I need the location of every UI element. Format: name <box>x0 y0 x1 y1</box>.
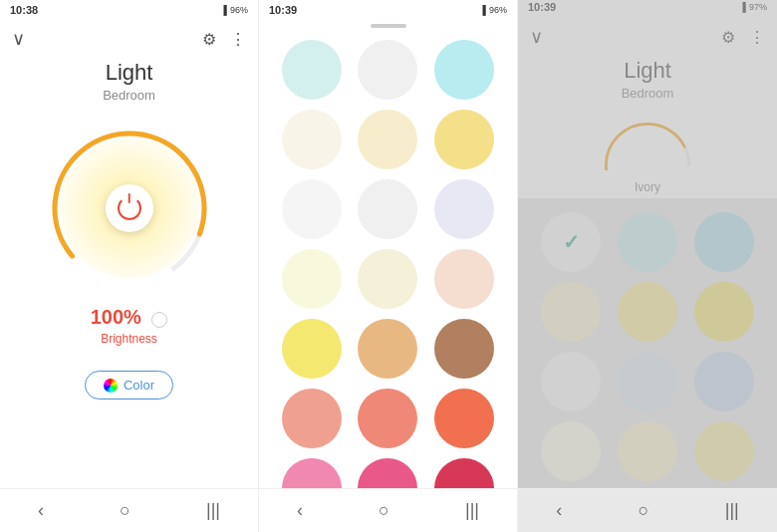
color-swatch[interactable] <box>282 319 342 379</box>
color-swatch[interactable] <box>358 319 417 379</box>
color-swatch[interactable] <box>434 458 494 488</box>
color-swatch[interactable] <box>282 249 342 309</box>
back-button-1[interactable]: ‹ <box>38 500 44 521</box>
panel-ivory-selection: 10:39 ▌97% ∨ ⚙ ⋮ Light Bedroom Ivory <box>518 0 777 532</box>
battery-icon-1: ▌96% <box>224 5 248 15</box>
back-button-3[interactable]: ‹ <box>556 500 562 521</box>
color-wheel-icon <box>104 379 118 393</box>
time-1: 10:38 <box>10 4 38 16</box>
back-button-2[interactable]: ‹ <box>297 500 303 521</box>
bottom-nav-2: ‹ ○ ||| <box>259 488 517 532</box>
color-swatch[interactable] <box>358 389 417 448</box>
gear-icon[interactable]: ⚙ <box>202 30 216 49</box>
color-button-row: Color <box>0 371 258 399</box>
color-swatch[interactable] <box>434 319 494 379</box>
color-swatch-grid <box>259 26 517 488</box>
home-button-3[interactable]: ○ <box>639 500 649 521</box>
color-swatch[interactable] <box>434 110 494 169</box>
brightness-dot[interactable] <box>151 312 167 328</box>
color-swatch[interactable] <box>358 179 417 239</box>
brightness-percentage: 100% <box>91 306 141 328</box>
color-swatch[interactable] <box>358 249 417 309</box>
bottom-nav-3: ‹ ○ ||| <box>518 488 777 532</box>
color-swatch[interactable] <box>282 179 342 239</box>
color-button[interactable]: Color <box>85 371 173 399</box>
status-bar-1: 10:38 ▌96% <box>0 0 258 20</box>
battery-icon-2: ▌96% <box>483 5 507 15</box>
power-icon <box>118 196 141 220</box>
status-icons-2: ▌96% <box>483 5 507 15</box>
light-title: Light <box>0 60 258 86</box>
color-swatch[interactable] <box>434 389 494 448</box>
status-bar-2: 10:39 ▌96% <box>259 0 517 20</box>
color-swatch[interactable] <box>358 110 417 169</box>
color-swatch[interactable] <box>282 389 342 448</box>
color-swatch[interactable] <box>282 458 342 488</box>
light-subtitle: Bedroom <box>0 88 258 103</box>
home-button-2[interactable]: ○ <box>379 500 389 521</box>
brightness-text: Brightness <box>101 332 157 346</box>
brightness-label-section: 100% Brightness <box>0 306 258 347</box>
panel-color-picker: 10:39 ▌96% ‹ ○ ||| <box>259 0 518 532</box>
recents-button-2[interactable]: ||| <box>465 500 479 521</box>
recents-button-1[interactable]: ||| <box>206 500 220 521</box>
more-icon[interactable]: ⋮ <box>230 30 246 49</box>
home-button-1[interactable]: ○ <box>120 500 130 521</box>
top-nav-1: ∨ ⚙ ⋮ <box>0 20 258 58</box>
time-2: 10:39 <box>269 4 297 16</box>
nav-actions: ⚙ ⋮ <box>202 30 246 49</box>
dim-overlay <box>518 0 777 532</box>
color-swatch[interactable] <box>358 458 417 488</box>
color-swatch[interactable] <box>434 179 494 239</box>
color-swatch[interactable] <box>434 40 494 100</box>
power-button[interactable] <box>106 184 153 232</box>
recents-button-3[interactable]: ||| <box>725 500 739 521</box>
brightness-circle-container <box>0 119 258 298</box>
panel-light-control: 10:38 ▌96% ∨ ⚙ ⋮ Light Bedroom 100% <box>0 0 259 532</box>
chevron-down-icon[interactable]: ∨ <box>12 28 25 50</box>
status-icons-1: ▌96% <box>224 5 248 15</box>
color-button-label: Color <box>124 378 154 393</box>
color-swatch[interactable] <box>282 110 342 169</box>
light-title-section: Light Bedroom <box>0 60 258 103</box>
bottom-nav-1: ‹ ○ ||| <box>0 488 258 532</box>
color-swatch[interactable] <box>358 40 417 100</box>
color-swatch[interactable] <box>282 40 342 100</box>
color-swatch[interactable] <box>434 249 494 309</box>
